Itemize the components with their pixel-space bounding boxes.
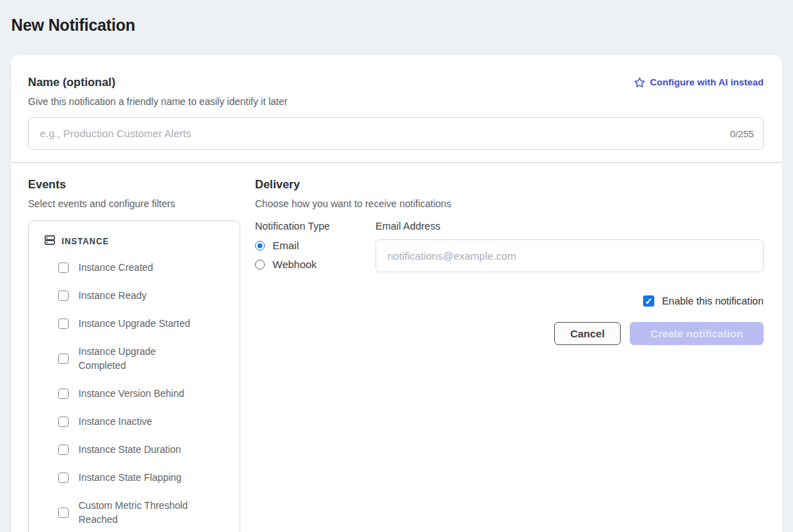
email-radio[interactable] — [255, 241, 265, 251]
event-checkbox-item[interactable]: Instance Version Behind — [58, 386, 233, 400]
notification-type-group: Notification Type Email Webhook — [255, 220, 375, 277]
delivery-heading: Delivery — [255, 178, 764, 191]
name-section: Name (optional) Configure with AI instea… — [11, 55, 782, 150]
email-radio-label: Email — [273, 239, 299, 251]
event-items: Instance Created Instance Ready Instance… — [44, 260, 233, 526]
event-checkbox-label: Instance State Flapping — [78, 470, 181, 484]
new-notification-card: Name (optional) Configure with AI instea… — [11, 55, 782, 532]
event-checkbox-item[interactable]: Instance Inactive — [58, 414, 233, 428]
enable-notification-checkbox[interactable]: ✓ — [643, 295, 654, 307]
event-checkbox[interactable] — [58, 388, 69, 399]
configure-with-ai-label: Configure with AI instead — [650, 77, 764, 88]
webhook-radio[interactable] — [255, 260, 265, 270]
events-description: Select events and configure filters — [28, 198, 240, 209]
event-checkbox-item[interactable]: Instance Upgrade Completed — [58, 344, 233, 372]
event-checkbox[interactable] — [58, 416, 69, 427]
event-group-instance: INSTANCE Instance Created Instance Ready… — [44, 234, 233, 526]
event-group-header: INSTANCE — [44, 234, 233, 248]
event-checkbox-label: Instance Inactive — [78, 414, 152, 428]
notification-type-label: Notification Type — [255, 220, 375, 232]
email-address-input[interactable] — [375, 239, 764, 272]
event-checkbox[interactable] — [58, 354, 69, 364]
delivery-description: Choose how you want to receive notificat… — [255, 198, 764, 209]
email-address-group: Email Address — [375, 220, 764, 277]
event-checkbox-item[interactable]: Instance State Duration — [58, 442, 233, 456]
event-checkbox[interactable] — [58, 262, 69, 273]
event-checkbox-label: Instance Ready — [78, 288, 146, 302]
page-title: New Notification — [11, 16, 782, 35]
event-checkbox-item[interactable]: Instance Ready — [58, 288, 233, 302]
name-description: Give this notification a friendly name t… — [28, 96, 764, 107]
radio-option-email[interactable]: Email — [255, 239, 375, 251]
delivery-column: Delivery Choose how you want to receive … — [255, 178, 764, 532]
event-checkbox[interactable] — [58, 444, 69, 455]
enable-notification-label: Enable this notification — [662, 295, 764, 307]
event-checkbox[interactable] — [58, 507, 69, 518]
events-column: Events Select events and configure filte… — [28, 178, 240, 532]
event-checkbox[interactable] — [58, 472, 69, 483]
event-group-label: INSTANCE — [62, 237, 109, 246]
event-checkbox-label: Instance Created — [78, 260, 153, 274]
event-checkbox-item[interactable]: Instance State Flapping — [58, 470, 233, 484]
event-checkbox-item[interactable]: Instance Created — [58, 260, 233, 274]
notification-name-input[interactable] — [28, 117, 764, 150]
events-list: INSTANCE Instance Created Instance Ready… — [28, 220, 240, 532]
server-icon — [44, 234, 55, 246]
event-checkbox-label: Instance Version Behind — [78, 386, 184, 400]
configure-with-ai-link[interactable]: Configure with AI instead — [634, 77, 764, 88]
event-checkbox-label: Instance State Duration — [78, 442, 181, 456]
event-checkbox[interactable] — [58, 290, 69, 301]
event-checkbox-label: Instance Upgrade Started — [78, 316, 191, 330]
radio-option-webhook[interactable]: Webhook — [255, 258, 375, 270]
event-checkbox[interactable] — [58, 318, 69, 329]
event-checkbox-label: Instance Upgrade Completed — [78, 344, 198, 372]
email-address-label: Email Address — [375, 220, 764, 232]
cancel-button[interactable]: Cancel — [554, 322, 621, 345]
enable-notification-row[interactable]: ✓ Enable this notification — [255, 295, 764, 307]
name-heading: Name (optional) — [28, 76, 116, 89]
event-checkbox-label: Custom Metric Threshold Reached — [78, 498, 198, 526]
star-icon — [634, 77, 645, 88]
char-counter: 0/255 — [730, 128, 754, 139]
event-checkbox-item[interactable]: Instance Upgrade Started — [58, 316, 233, 330]
create-notification-button[interactable]: Create notification — [630, 322, 764, 345]
event-checkbox-item[interactable]: Custom Metric Threshold Reached — [58, 498, 233, 526]
events-heading: Events — [28, 178, 240, 191]
webhook-radio-label: Webhook — [273, 258, 317, 270]
